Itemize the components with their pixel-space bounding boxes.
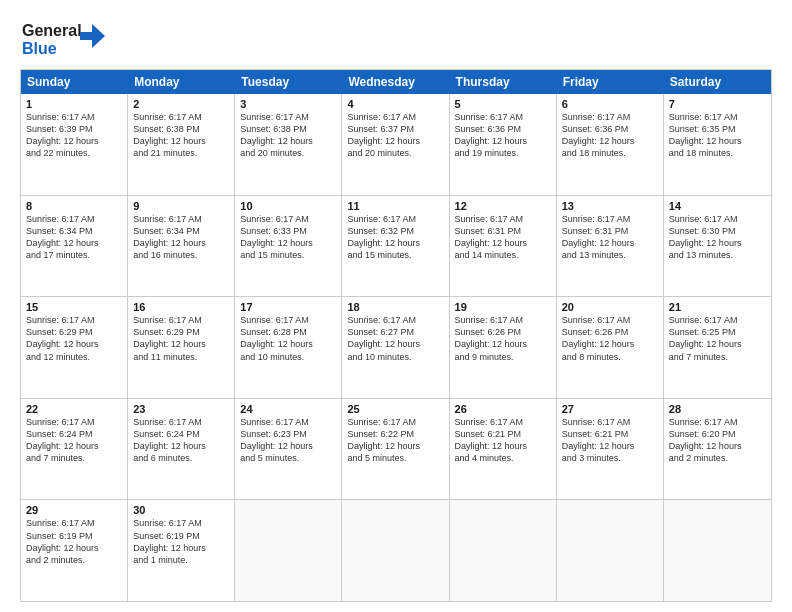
cal-cell: 26Sunrise: 6:17 AM Sunset: 6:21 PM Dayli… [450,399,557,500]
day-info: Sunrise: 6:17 AM Sunset: 6:30 PM Dayligh… [669,213,766,262]
day-info: Sunrise: 6:17 AM Sunset: 6:20 PM Dayligh… [669,416,766,465]
calendar-week-2: 8Sunrise: 6:17 AM Sunset: 6:34 PM Daylig… [21,195,771,297]
day-number: 14 [669,200,766,212]
day-info: Sunrise: 6:17 AM Sunset: 6:21 PM Dayligh… [562,416,658,465]
day-number: 3 [240,98,336,110]
header-saturday: Saturday [664,70,771,94]
day-number: 21 [669,301,766,313]
day-info: Sunrise: 6:17 AM Sunset: 6:31 PM Dayligh… [455,213,551,262]
header-tuesday: Tuesday [235,70,342,94]
day-number: 11 [347,200,443,212]
day-number: 23 [133,403,229,415]
day-info: Sunrise: 6:17 AM Sunset: 6:19 PM Dayligh… [133,517,229,566]
cal-cell [450,500,557,601]
day-number: 2 [133,98,229,110]
day-number: 22 [26,403,122,415]
svg-text:General: General [22,22,82,39]
day-number: 1 [26,98,122,110]
day-info: Sunrise: 6:17 AM Sunset: 6:34 PM Dayligh… [26,213,122,262]
cal-cell: 17Sunrise: 6:17 AM Sunset: 6:28 PM Dayli… [235,297,342,398]
cal-cell: 30Sunrise: 6:17 AM Sunset: 6:19 PM Dayli… [128,500,235,601]
cal-cell: 8Sunrise: 6:17 AM Sunset: 6:34 PM Daylig… [21,196,128,297]
calendar-week-3: 15Sunrise: 6:17 AM Sunset: 6:29 PM Dayli… [21,296,771,398]
cal-cell: 19Sunrise: 6:17 AM Sunset: 6:26 PM Dayli… [450,297,557,398]
cal-cell [342,500,449,601]
cal-cell: 23Sunrise: 6:17 AM Sunset: 6:24 PM Dayli… [128,399,235,500]
day-number: 25 [347,403,443,415]
calendar-header: Sunday Monday Tuesday Wednesday Thursday… [21,70,771,94]
day-info: Sunrise: 6:17 AM Sunset: 6:39 PM Dayligh… [26,111,122,160]
cal-cell: 29Sunrise: 6:17 AM Sunset: 6:19 PM Dayli… [21,500,128,601]
cal-cell: 7Sunrise: 6:17 AM Sunset: 6:35 PM Daylig… [664,94,771,195]
cal-cell: 10Sunrise: 6:17 AM Sunset: 6:33 PM Dayli… [235,196,342,297]
day-info: Sunrise: 6:17 AM Sunset: 6:28 PM Dayligh… [240,314,336,363]
svg-text:Blue: Blue [22,40,57,57]
day-info: Sunrise: 6:17 AM Sunset: 6:29 PM Dayligh… [26,314,122,363]
day-info: Sunrise: 6:17 AM Sunset: 6:38 PM Dayligh… [240,111,336,160]
day-number: 24 [240,403,336,415]
day-info: Sunrise: 6:17 AM Sunset: 6:23 PM Dayligh… [240,416,336,465]
day-number: 10 [240,200,336,212]
calendar-body: 1Sunrise: 6:17 AM Sunset: 6:39 PM Daylig… [21,94,771,601]
day-number: 17 [240,301,336,313]
cal-cell: 18Sunrise: 6:17 AM Sunset: 6:27 PM Dayli… [342,297,449,398]
day-number: 30 [133,504,229,516]
cal-cell: 9Sunrise: 6:17 AM Sunset: 6:34 PM Daylig… [128,196,235,297]
cal-cell: 22Sunrise: 6:17 AM Sunset: 6:24 PM Dayli… [21,399,128,500]
cal-cell [235,500,342,601]
cal-cell: 1Sunrise: 6:17 AM Sunset: 6:39 PM Daylig… [21,94,128,195]
logo-svg: General Blue [20,16,110,61]
header-thursday: Thursday [450,70,557,94]
cal-cell: 28Sunrise: 6:17 AM Sunset: 6:20 PM Dayli… [664,399,771,500]
day-info: Sunrise: 6:17 AM Sunset: 6:24 PM Dayligh… [26,416,122,465]
cal-cell: 5Sunrise: 6:17 AM Sunset: 6:36 PM Daylig… [450,94,557,195]
day-number: 28 [669,403,766,415]
day-info: Sunrise: 6:17 AM Sunset: 6:36 PM Dayligh… [562,111,658,160]
cal-cell [557,500,664,601]
header-sunday: Sunday [21,70,128,94]
day-number: 19 [455,301,551,313]
day-info: Sunrise: 6:17 AM Sunset: 6:26 PM Dayligh… [455,314,551,363]
svg-marker-2 [80,24,105,48]
day-number: 9 [133,200,229,212]
cal-cell: 15Sunrise: 6:17 AM Sunset: 6:29 PM Dayli… [21,297,128,398]
calendar-week-5: 29Sunrise: 6:17 AM Sunset: 6:19 PM Dayli… [21,499,771,601]
day-info: Sunrise: 6:17 AM Sunset: 6:38 PM Dayligh… [133,111,229,160]
day-number: 12 [455,200,551,212]
day-info: Sunrise: 6:17 AM Sunset: 6:27 PM Dayligh… [347,314,443,363]
day-info: Sunrise: 6:17 AM Sunset: 6:24 PM Dayligh… [133,416,229,465]
day-number: 26 [455,403,551,415]
cal-cell: 6Sunrise: 6:17 AM Sunset: 6:36 PM Daylig… [557,94,664,195]
day-info: Sunrise: 6:17 AM Sunset: 6:25 PM Dayligh… [669,314,766,363]
header: General Blue [20,16,772,61]
cal-cell: 16Sunrise: 6:17 AM Sunset: 6:29 PM Dayli… [128,297,235,398]
cal-cell: 20Sunrise: 6:17 AM Sunset: 6:26 PM Dayli… [557,297,664,398]
day-number: 15 [26,301,122,313]
day-info: Sunrise: 6:17 AM Sunset: 6:22 PM Dayligh… [347,416,443,465]
cal-cell: 2Sunrise: 6:17 AM Sunset: 6:38 PM Daylig… [128,94,235,195]
header-friday: Friday [557,70,664,94]
day-number: 29 [26,504,122,516]
cal-cell: 12Sunrise: 6:17 AM Sunset: 6:31 PM Dayli… [450,196,557,297]
day-info: Sunrise: 6:17 AM Sunset: 6:29 PM Dayligh… [133,314,229,363]
day-info: Sunrise: 6:17 AM Sunset: 6:21 PM Dayligh… [455,416,551,465]
cal-cell: 13Sunrise: 6:17 AM Sunset: 6:31 PM Dayli… [557,196,664,297]
cal-cell: 4Sunrise: 6:17 AM Sunset: 6:37 PM Daylig… [342,94,449,195]
cal-cell: 11Sunrise: 6:17 AM Sunset: 6:32 PM Dayli… [342,196,449,297]
cal-cell: 14Sunrise: 6:17 AM Sunset: 6:30 PM Dayli… [664,196,771,297]
day-number: 18 [347,301,443,313]
calendar: Sunday Monday Tuesday Wednesday Thursday… [20,69,772,602]
day-info: Sunrise: 6:17 AM Sunset: 6:33 PM Dayligh… [240,213,336,262]
logo: General Blue [20,16,110,61]
cal-cell: 21Sunrise: 6:17 AM Sunset: 6:25 PM Dayli… [664,297,771,398]
day-number: 5 [455,98,551,110]
header-wednesday: Wednesday [342,70,449,94]
day-info: Sunrise: 6:17 AM Sunset: 6:34 PM Dayligh… [133,213,229,262]
day-info: Sunrise: 6:17 AM Sunset: 6:32 PM Dayligh… [347,213,443,262]
day-number: 13 [562,200,658,212]
day-info: Sunrise: 6:17 AM Sunset: 6:37 PM Dayligh… [347,111,443,160]
cal-cell: 24Sunrise: 6:17 AM Sunset: 6:23 PM Dayli… [235,399,342,500]
day-number: 8 [26,200,122,212]
cal-cell: 25Sunrise: 6:17 AM Sunset: 6:22 PM Dayli… [342,399,449,500]
day-info: Sunrise: 6:17 AM Sunset: 6:26 PM Dayligh… [562,314,658,363]
